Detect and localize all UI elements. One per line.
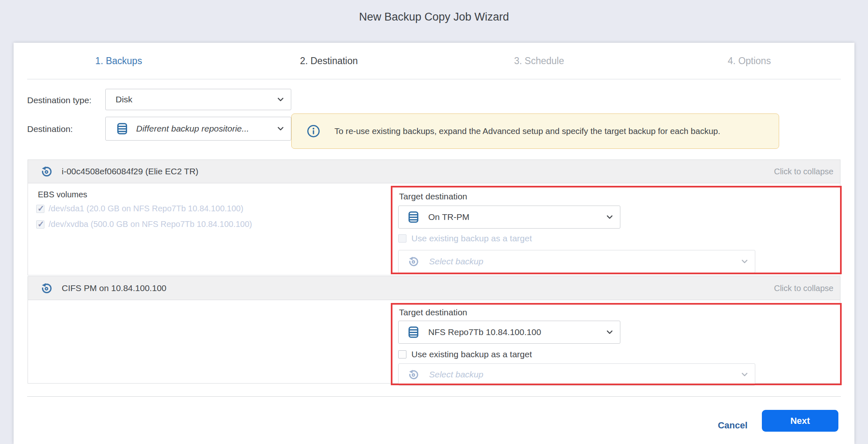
target-destination-dropdown-2[interactable]: NFS Repo7Tb 10.84.100.100	[398, 321, 620, 344]
next-button[interactable]: Next	[762, 410, 838, 432]
volumes-title: EBS volumes	[38, 190, 87, 199]
database-icon	[407, 210, 420, 224]
database-icon	[407, 326, 420, 339]
section-1-collapse-hint[interactable]: Click to collapse	[774, 167, 833, 176]
section-2-collapse-hint[interactable]: Click to collapse	[774, 284, 833, 293]
use-existing-backup-label-1: Use existing backup as a target	[411, 234, 532, 243]
use-existing-backup-label-2: Use existing backup as a target	[411, 349, 532, 359]
target-destination-label-2: Target destination	[399, 308, 467, 317]
step-options: 4. Options	[644, 56, 854, 67]
info-banner: To re-use existing backups, expand the A…	[291, 113, 779, 149]
select-backup-placeholder-2: Select backup	[429, 370, 483, 379]
backup-history-icon	[408, 256, 419, 267]
step-backups[interactable]: 1. Backups	[14, 56, 224, 67]
step-destination[interactable]: 2. Destination	[224, 56, 434, 67]
section-1-header[interactable]: i-00c4508ef06084f29 (Elie EC2 TR) Click …	[28, 160, 840, 183]
destination-type-dropdown[interactable]: Disk	[105, 89, 291, 110]
page-title: New Backup Copy Job Wizard	[14, 11, 854, 23]
select-backup-dropdown-1: Select backup	[398, 250, 755, 273]
backup-history-icon	[40, 165, 53, 178]
chevron-down-icon	[277, 96, 284, 103]
info-banner-text: To re-use existing backups, expand the A…	[334, 126, 720, 136]
use-existing-backup-row-2: Use existing backup as a target	[398, 349, 532, 359]
use-existing-backup-checkbox-1	[398, 234, 406, 243]
cancel-button[interactable]: Cancel	[700, 415, 766, 436]
database-icon	[116, 122, 129, 135]
destination-dropdown[interactable]: Different backup repositorie...	[105, 117, 291, 141]
info-icon	[306, 124, 320, 138]
backup-history-icon	[40, 282, 53, 294]
target-destination-value-1: On TR-PM	[428, 212, 469, 222]
use-existing-backup-checkbox-2[interactable]	[398, 350, 406, 358]
chevron-down-icon	[741, 371, 748, 378]
chevron-down-icon	[277, 125, 284, 132]
chevron-down-icon	[606, 213, 613, 221]
volume-row: /dev/xvdba (500.0 GB on NFS Repo7Tb 10.8…	[36, 220, 252, 229]
step-schedule: 3. Schedule	[434, 56, 644, 67]
steps-divider	[27, 79, 841, 79]
chevron-down-icon	[741, 258, 748, 265]
volume-row: /dev/sda1 (20.0 GB on NFS Repo7Tb 10.84.…	[36, 204, 244, 213]
destination-type-label: Destination type:	[27, 95, 91, 105]
volume-label: /dev/xvdba (500.0 GB on NFS Repo7Tb 10.8…	[49, 220, 252, 229]
volume-label: /dev/sda1 (20.0 GB on NFS Repo7Tb 10.84.…	[49, 204, 244, 213]
destination-label: Destination:	[27, 124, 73, 134]
destination-type-value: Disk	[116, 95, 132, 104]
volume-checkbox	[36, 220, 44, 229]
section-1-title: i-00c4508ef06084f29 (Elie EC2 TR)	[62, 166, 198, 176]
wizard-card: 1. Backups 2. Destination 3. Schedule 4.…	[14, 43, 854, 444]
section-2-header[interactable]: CIFS PM on 10.84.100.100 Click to collap…	[28, 276, 840, 300]
destination-value: Different backup repositorie...	[136, 124, 249, 134]
wizard-steps: 1. Backups 2. Destination 3. Schedule 4.…	[14, 43, 854, 79]
select-backup-dropdown-2: Select backup	[398, 363, 755, 386]
select-backup-placeholder-1: Select backup	[429, 257, 483, 266]
backup-history-icon	[408, 369, 419, 380]
footer-divider	[27, 396, 841, 397]
use-existing-backup-row-1: Use existing backup as a target	[398, 234, 532, 243]
chevron-down-icon	[606, 328, 613, 336]
target-destination-value-2: NFS Repo7Tb 10.84.100.100	[428, 327, 541, 337]
target-destination-label-1: Target destination	[399, 192, 467, 201]
volume-checkbox	[36, 205, 44, 213]
section-2-title: CIFS PM on 10.84.100.100	[62, 283, 167, 293]
target-destination-dropdown-1[interactable]: On TR-PM	[398, 206, 620, 229]
